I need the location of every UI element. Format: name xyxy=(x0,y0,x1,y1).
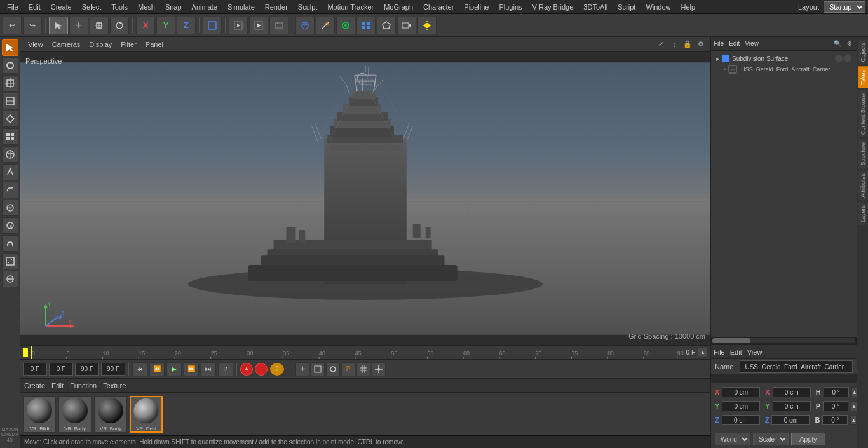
object-tree[interactable]: ▸ Subdivision Surface • USS_Gerald_Ford_… xyxy=(711,51,857,337)
menu-tools[interactable]: Tools xyxy=(107,2,132,12)
undo-button[interactable]: ↩ xyxy=(3,17,22,34)
apply-button[interactable]: Apply xyxy=(791,433,825,445)
menu-character[interactable]: Character xyxy=(419,2,458,12)
start-frame-input[interactable] xyxy=(23,363,47,376)
tool9-side-button[interactable] xyxy=(2,182,18,198)
frame-up-button[interactable]: ▲ xyxy=(698,348,708,358)
far-tab-content-browser[interactable]: Content Browser xyxy=(858,89,868,138)
pivot-rt-icon[interactable]: P xyxy=(341,362,355,376)
go-end-button[interactable]: ⏭ xyxy=(201,362,216,376)
camera-tool-button[interactable] xyxy=(397,17,416,34)
vp-settings-icon[interactable]: ⚙ xyxy=(695,39,707,50)
tool10-side-button[interactable] xyxy=(2,200,18,216)
tree-render-icon[interactable] xyxy=(844,55,851,62)
end-frame-input1[interactable] xyxy=(75,363,99,376)
vp-menu-filter[interactable]: Filter xyxy=(117,39,140,50)
grid-rt-icon[interactable] xyxy=(356,362,370,376)
menu-render[interactable]: Render xyxy=(261,2,292,12)
material-slot-1[interactable]: VR_Bildi xyxy=(23,396,56,433)
far-tab-layers[interactable]: Layers xyxy=(858,202,868,226)
menu-snap[interactable]: Snap xyxy=(161,2,186,12)
rotate-tool-button[interactable] xyxy=(110,17,129,34)
tool7-side-button[interactable] xyxy=(2,146,18,163)
select-tool-button[interactable] xyxy=(49,17,68,34)
play-button[interactable]: ▶ xyxy=(166,362,182,376)
far-tab-takes[interactable]: Takes xyxy=(858,67,868,88)
tool12-side-button[interactable] xyxy=(2,235,18,252)
menu-plugins[interactable]: Plugins xyxy=(494,2,526,12)
obj-settings-icon[interactable]: ⚙ xyxy=(844,39,854,49)
render-view-button[interactable] xyxy=(249,17,268,34)
rfm-file[interactable]: File xyxy=(714,348,725,356)
polygon-tool-button[interactable] xyxy=(377,17,396,34)
timeline-ruler[interactable]: 0 5 10 15 20 25 30 35 xyxy=(31,346,684,359)
go-start-button[interactable]: ⏮ xyxy=(132,362,147,376)
menu-motion-tracker[interactable]: Motion Tracker xyxy=(323,2,378,12)
mat-menu-function[interactable]: Function xyxy=(70,382,97,390)
scale-side-button[interactable] xyxy=(2,75,18,92)
menu-3dtoall[interactable]: 3DToAll xyxy=(579,2,612,12)
tool13-side-button[interactable] xyxy=(2,253,18,269)
menu-sculpt[interactable]: Sculpt xyxy=(294,2,322,12)
menu-mesh[interactable]: Mesh xyxy=(133,2,159,12)
hair-tool-button[interactable] xyxy=(336,17,355,34)
current-frame-input[interactable] xyxy=(49,363,73,376)
scale-tool-button[interactable] xyxy=(90,17,109,34)
material-slot-3[interactable]: VR_Body xyxy=(94,396,127,433)
pos-z-input[interactable] xyxy=(722,415,760,425)
rotate-side-button[interactable] xyxy=(2,57,18,74)
next-frame-button[interactable]: ⏩ xyxy=(184,362,199,376)
tool11-side-button[interactable]: S xyxy=(2,217,18,234)
prev-frame-button[interactable]: ⏪ xyxy=(149,362,165,376)
record-button[interactable] xyxy=(255,363,268,376)
size-p-input[interactable] xyxy=(823,401,848,411)
far-tab-attributes[interactable]: Attributes xyxy=(858,170,868,201)
end-frame-input2[interactable] xyxy=(101,363,125,376)
scrollbar-thumb[interactable] xyxy=(712,338,750,343)
vp-menu-display[interactable]: Display xyxy=(85,39,116,50)
material-slot-2[interactable]: VR_Body xyxy=(58,396,92,433)
far-tab-objects[interactable]: Objects xyxy=(858,39,868,65)
obj-view-menu[interactable]: View xyxy=(745,40,759,47)
loop-button[interactable]: ↺ xyxy=(218,362,233,376)
axis-x-button[interactable]: X xyxy=(136,17,155,34)
axis-z-button[interactable]: Z xyxy=(177,17,196,34)
menu-animate[interactable]: Animate xyxy=(187,2,222,12)
record-auto-button[interactable]: A xyxy=(240,363,253,376)
rot-x-input[interactable] xyxy=(773,387,811,397)
menu-select[interactable]: Select xyxy=(78,2,106,12)
menu-simulate[interactable]: Simulate xyxy=(223,2,259,12)
menu-pipeline[interactable]: Pipeline xyxy=(459,2,493,12)
mat-menu-edit[interactable]: Edit xyxy=(51,382,64,390)
move-tool-side-button[interactable] xyxy=(2,39,18,56)
vp-fullscreen-icon[interactable]: ⤢ xyxy=(655,39,667,50)
axis-y-button[interactable]: Y xyxy=(156,17,175,34)
scale-select[interactable]: Scale xyxy=(753,433,789,445)
menu-file[interactable]: File xyxy=(3,2,23,12)
size-b-up-btn[interactable]: ▲ xyxy=(850,415,857,425)
obj-search-icon[interactable]: 🔍 xyxy=(832,39,843,49)
tree-item-carrier[interactable]: • USS_Gerald_Ford_Aircraft_Carrier_ xyxy=(714,64,854,75)
tree-visibility-icon[interactable] xyxy=(835,55,843,62)
rot-y-input[interactable] xyxy=(773,401,811,411)
tree-item-subdivision[interactable]: ▸ Subdivision Surface xyxy=(714,53,854,64)
cube-button[interactable] xyxy=(295,17,315,34)
menu-create[interactable]: Create xyxy=(46,2,76,12)
menu-script[interactable]: Script xyxy=(613,2,640,12)
array-tool-button[interactable] xyxy=(356,17,376,34)
light-button[interactable] xyxy=(417,17,437,34)
tool14-side-button[interactable] xyxy=(2,271,18,287)
mat-menu-create[interactable]: Create xyxy=(24,382,45,390)
pen-tool-button[interactable] xyxy=(316,17,335,34)
redo-button[interactable]: ↪ xyxy=(23,17,42,34)
vp-menu-view[interactable]: View xyxy=(24,39,47,50)
menu-vray[interactable]: V-Ray Bridge xyxy=(528,2,578,12)
obj-file-menu[interactable]: File xyxy=(714,40,724,47)
size-b-input[interactable] xyxy=(822,415,848,425)
obj-edit-menu[interactable]: Edit xyxy=(729,40,740,47)
object-mode-button[interactable] xyxy=(203,17,222,34)
menu-mograph[interactable]: MoGraph xyxy=(379,2,417,12)
menu-window[interactable]: Window xyxy=(641,2,675,12)
vp-menu-cameras[interactable]: Cameras xyxy=(48,39,85,50)
rotate-rt-icon[interactable] xyxy=(326,362,340,376)
